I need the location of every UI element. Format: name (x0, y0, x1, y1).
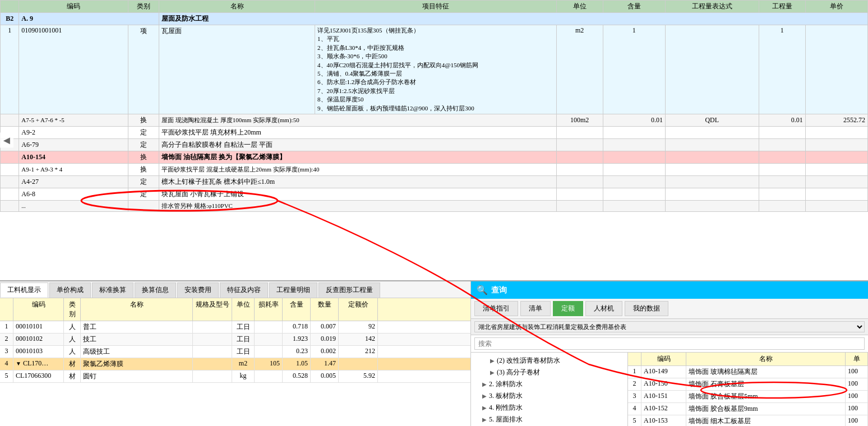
row-type: 项 (128, 25, 159, 114)
tree-item[interactable]: ▶ 2. 涂料防水 (473, 378, 625, 390)
bottom-row-highlight[interactable]: 4 ▼ CL170… 材 聚氯乙烯薄膜 m2 105 1.05 1.47 (0, 358, 470, 371)
qr-unit: 100 (846, 366, 868, 378)
row-code[interactable]: A6-8 (19, 188, 128, 200)
br-qty: 0.528 (283, 371, 311, 382)
tree-arrow: ▶ (490, 369, 495, 376)
table-row[interactable]: A6-8 定 块瓦屋面 小青瓦椽子上铺设 (1, 188, 868, 200)
dropdown-arrow[interactable]: ▼ (16, 360, 21, 367)
table-row[interactable]: A6-79 定 高分子自粘胶膜卷材 自粘法一层 平面 (1, 138, 868, 151)
row-type: 换 (128, 151, 159, 163)
bottom-row[interactable]: 1 00010101 人 普工 工日 0.718 0.007 92 (0, 321, 470, 334)
qresult-row[interactable]: 4 A10-152 墙饰面 胶合板基层9mm 100 (628, 403, 868, 415)
col-num (1, 1, 19, 13)
row-price: 2552.72 (805, 114, 867, 126)
qh-name: 名称 (686, 353, 846, 365)
bottom-row[interactable]: 2 00010102 人 技工 工日 1.923 0.019 142 (0, 334, 470, 346)
qresult-row[interactable]: 3 A10-151 墙饰面 胶合板基层5mm 100 (628, 391, 868, 403)
b2-name: 屋面及防水工程 (159, 13, 868, 25)
row-qty: 0.01 (603, 114, 665, 126)
tree-item[interactable]: ▶ (3) 高分子卷材 (473, 367, 625, 378)
row-type (128, 200, 159, 211)
left-nav-arrow[interactable]: ◄ (0, 133, 13, 148)
qtab-ding'e[interactable]: 定额 (553, 301, 583, 316)
table-row[interactable]: A7-5 + A7-6 * -5 换 屋面 现浇陶粒混凝土 厚度100mm 实际… (1, 114, 868, 126)
br-name: 技工 (81, 334, 193, 345)
query-province-select[interactable]: 湖北省房屋建筑与装饰工程消耗量定额及全费用基价表 (474, 321, 865, 332)
tree-label: 3. 板材防水 (489, 391, 523, 401)
row-code[interactable]: 010901001001 (19, 25, 128, 114)
tree-arrow: ▶ (490, 358, 495, 364)
tab-tezheng[interactable]: 特征及内容 (220, 283, 268, 298)
tab-fancha[interactable]: 反查图形工程量 (318, 283, 380, 298)
query-tabs: 清单指引 清单 定额 人材机 我的数据 (471, 299, 868, 319)
qr-name: 墙饰面 胶合板基层5mm (686, 391, 846, 402)
qtab-qingdan[interactable]: 清单 (520, 301, 551, 316)
tab-danjia[interactable]: 单价构成 (49, 283, 91, 298)
query-search-input[interactable] (474, 337, 865, 350)
row-name: 屋面 现浇陶粒混凝土 厚度100mm 实际厚度(mm):50 (159, 114, 556, 126)
row-num (1, 114, 19, 126)
qr-code: A10-149 (641, 366, 686, 378)
br-type: 材 (64, 371, 81, 382)
row-name: 块瓦屋面 小青瓦椽子上铺设 (159, 188, 556, 200)
br-spec (193, 358, 232, 370)
row-name: 檩木上钉椽子挂瓦条 檩木斜中距≤1.0m (159, 175, 556, 188)
row-num (1, 200, 19, 211)
br-num: 3 (0, 346, 13, 358)
bottom-row[interactable]: 3 00010103 人 高级技工 工日 0.23 0.002 212 (0, 346, 470, 358)
tab-biaozhun[interactable]: 标准换算 (92, 283, 133, 298)
col-gongchengbds-header: 工程量表达式 (665, 1, 759, 13)
bh-shuliang: 数量 (311, 298, 339, 321)
tab-gongliaoji[interactable]: 工料机显示 (0, 283, 48, 298)
row-code[interactable]: A10-154 (19, 151, 128, 163)
qresult-row[interactable]: 5 A10-153 墙饰面 细木工板基层 100 (628, 415, 868, 426)
br-loss (255, 334, 283, 345)
query-icon: 🔍 (477, 285, 488, 295)
br-loss: 105 (255, 358, 283, 370)
tab-anzhuang[interactable]: 安装费用 (177, 283, 219, 298)
table-row[interactable]: 1 010901001001 项 瓦屋面 详见15ZJ001页135屋305（钢… (1, 25, 868, 114)
table-row[interactable]: A9-2 定 平面砂浆找平层 填充材料上20mm (1, 126, 868, 138)
bottom-row[interactable]: 5 CL17066300 材 圆钉 kg 0.528 0.005 5.92 (0, 371, 470, 383)
row-code[interactable]: A9-2 (19, 126, 128, 138)
row-code[interactable]: A9-1 + A9-3 * 4 (19, 163, 128, 175)
row-type: 定 (128, 188, 159, 200)
row-expr (665, 25, 759, 114)
bh-guige: 规格及型号 (193, 298, 232, 321)
highlight-row[interactable]: A10-154 换 墙饰面 油毡隔离层 换为【聚氯乙烯薄膜】 (1, 151, 868, 163)
qresult-row[interactable]: 1 A10-149 墙饰面 玻璃棉毡隔离层 100 (628, 366, 868, 378)
qr-num: 5 (628, 415, 641, 426)
qresult-row[interactable]: 2 A10-150 墙饰面 石膏板基层 100 (628, 378, 868, 391)
tree-item[interactable]: ▶ 4. 刚性防水 (473, 402, 625, 414)
br-num: 1 (0, 321, 13, 333)
b2-label: B2 (1, 13, 19, 25)
br-qty: 1.923 (283, 334, 311, 345)
br-loss (255, 346, 283, 358)
br-loss (255, 321, 283, 333)
table-row[interactable]: A9-1 + A9-3 * 4 换 平面砂浆找平层 混凝土或硬基层上20mm 实… (1, 163, 868, 175)
row-code[interactable]: A6-79 (19, 138, 128, 151)
qtab-wode[interactable]: 我的数据 (625, 301, 668, 316)
table-row[interactable]: ... 排水管另种 规格:φ110PVC (1, 200, 868, 211)
tree-item[interactable]: ▶ 3. 板材防水 (473, 390, 625, 402)
b2-code[interactable]: A. 9 (19, 13, 159, 25)
row-code[interactable]: A4-27 (19, 175, 128, 188)
table-header: 编码 类别 名称 项目特征 单位 含量 工程量表达式 工程量 单价 (1, 1, 868, 13)
qr-num: 4 (628, 403, 641, 415)
row-code[interactable]: ... (19, 200, 128, 211)
row-price (805, 25, 867, 114)
qr-code: A10-152 (641, 403, 686, 415)
row-code[interactable]: A7-5 + A7-6 * -5 (19, 114, 128, 126)
tab-gongchengml[interactable]: 工程量明细 (269, 283, 317, 298)
br-name: 普工 (81, 321, 193, 333)
table-row[interactable]: A4-27 定 檩木上钉椽子挂瓦条 檩木斜中距≤1.0m (1, 175, 868, 188)
row-expr: QDL (665, 114, 759, 126)
tab-huansuan[interactable]: 换算信息 (135, 283, 176, 298)
bottom-table-body: 1 00010101 人 普工 工日 0.718 0.007 92 2 0001… (0, 321, 470, 426)
tree-item[interactable]: ▶ 5. 屋面排水 (473, 414, 625, 425)
row-name: 排水管另种 规格:φ110PVC (159, 200, 556, 211)
tree-item[interactable]: ▶ (2) 改性沥青卷材防水 (473, 355, 625, 367)
qtab-rencaiji[interactable]: 人材机 (585, 301, 622, 316)
qr-name: 墙饰面 胶合板基层9mm (686, 403, 846, 415)
qtab-qingdanzj[interactable]: 清单指引 (474, 301, 518, 316)
